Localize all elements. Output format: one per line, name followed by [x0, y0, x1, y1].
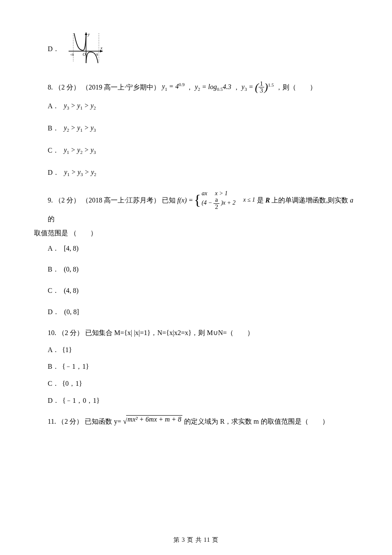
q9-mid2: 上的单调递增函数,则实数: [271, 195, 348, 206]
q7-option-d: D . -π π O y x: [48, 30, 358, 68]
q9-option-b: B . (0, 8): [48, 264, 358, 275]
q8-option-d: D . y1 > y3 > y2: [48, 167, 358, 179]
q9-c-label: C .: [48, 285, 57, 296]
q8-option-c: C . y1 > y2 > y3: [48, 145, 358, 156]
q8-prefix: 8. （2 分） （2019 高一上·宁乡期中）: [48, 82, 160, 93]
q9-piecewise: f(x) = { axx > 1 (4 − a2 )x + 2 x ≤ 1: [177, 188, 255, 211]
q9-stem-line2: 取值范围是 （ ）: [34, 228, 358, 239]
q10-b-label: B .: [48, 363, 57, 370]
q8-d-label: D .: [48, 167, 58, 178]
q10-c-label: C .: [48, 380, 57, 387]
q9-mid1: 是: [257, 195, 264, 206]
q8-c1: ，: [186, 82, 193, 93]
q8-a-label: A .: [48, 101, 57, 112]
q9-stem: 9. （2 分） （2018 高一上·江苏月考） 已知 f(x) = { axx…: [48, 188, 358, 224]
svg-text:x: x: [100, 46, 103, 50]
q9-b-expr: (0, 8): [64, 264, 79, 275]
q9-suffix: 的: [48, 214, 55, 225]
q9-b-label: B .: [48, 264, 57, 275]
q10-d-label: D .: [48, 397, 58, 404]
page-footer: 第 3 页 共 11 页: [0, 536, 392, 544]
q8-c-label: C .: [48, 145, 57, 156]
q8-y1: y1 = 40.9: [162, 81, 184, 93]
q8-b-expr: y2 > y1 > y3: [64, 122, 96, 134]
q8-b-label: B .: [48, 123, 57, 134]
q10-a-expr: {1}: [62, 346, 72, 353]
q8-option-b: B . y2 > y1 > y3: [48, 122, 358, 134]
q9-d-label: D .: [48, 306, 58, 318]
q11-prefix: 11. （2 分） 已知函数 y=: [48, 416, 121, 427]
q10-option-b: B . {﹣1，1}: [48, 361, 358, 372]
q8-suffix: ，则（ ）: [276, 82, 317, 93]
q9-option-c: C . (4, 8): [48, 285, 358, 296]
q8-c-expr: y1 > y2 > y3: [64, 145, 96, 156]
q8-c2: ，: [233, 82, 240, 93]
q11-sqrt: √ mx² + 6mx + m + 8: [123, 415, 182, 428]
q10-stem: 10. （2 分） 已知集合 M={x| |x|=1}，N={x|x2=x}，则…: [48, 327, 358, 338]
q8-y3: y3 = (13)1.5: [242, 78, 274, 96]
q8-a-expr: y3 > y1 > y2: [64, 100, 96, 112]
q9-c-expr: (4, 8): [64, 285, 79, 296]
q8-d-expr: y1 > y3 > y2: [64, 167, 96, 179]
q10-b-expr: {﹣1，1}: [62, 363, 89, 370]
q10-d-expr: {﹣1，0，1}: [63, 397, 100, 404]
q9-option-a: A . [4, 8): [48, 243, 358, 254]
q9-a-expr: [4, 8): [64, 243, 79, 254]
q8-stem: 8. （2 分） （2019 高一上·宁乡期中） y1 = 40.9 ， y2 …: [48, 78, 358, 96]
q8-y2: y2 = log0.54.3: [195, 81, 231, 93]
q9-d-expr: (0, 8]: [64, 306, 79, 318]
svg-text:O: O: [83, 52, 86, 57]
svg-text:-π: -π: [70, 52, 74, 57]
q10-option-d: D . {﹣1，0，1}: [48, 395, 358, 406]
q7-d-graph: -π π O y x: [67, 30, 105, 68]
svg-text:π: π: [96, 52, 98, 57]
q9-R: R: [265, 195, 270, 206]
q9-option-d: D . (0, 8]: [48, 306, 358, 318]
q9-a: a: [350, 195, 353, 206]
svg-text:y: y: [87, 32, 90, 37]
q10-a-label: A .: [48, 346, 57, 353]
q9-a-label: A .: [48, 243, 57, 254]
q8-option-a: A . y3 > y1 > y2: [48, 100, 358, 112]
q11-suffix: 的定义域为 R，求实数 m 的取值范围是（ ）: [184, 416, 329, 427]
q10-option-a: A . {1}: [48, 344, 358, 356]
q9-prefix: 9. （2 分） （2018 高一上·江苏月考） 已知: [48, 195, 176, 206]
q10-c-expr: {0，1}: [62, 380, 82, 387]
q11-stem: 11. （2 分） 已知函数 y= √ mx² + 6mx + m + 8 的定…: [48, 415, 358, 428]
q7-d-label: D .: [48, 43, 58, 55]
q10-option-c: C . {0，1}: [48, 378, 358, 389]
